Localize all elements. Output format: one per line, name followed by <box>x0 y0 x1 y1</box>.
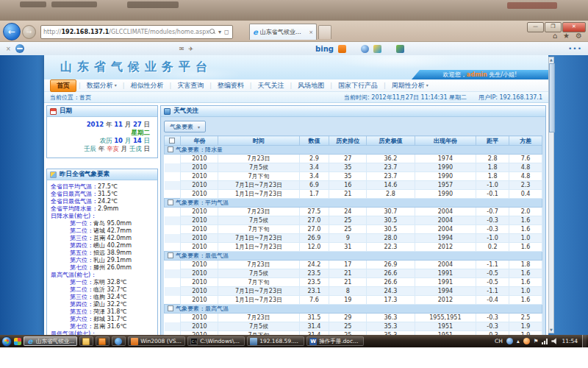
tools-gear-icon[interactable]: ⚙ <box>576 32 582 40</box>
group-row[interactable]: 气象要素：最低气温 <box>165 252 542 261</box>
search-icon[interactable] <box>209 29 215 35</box>
group-row[interactable]: 气象要素：平均气温 <box>165 199 542 208</box>
taskbar-item-ie[interactable]: e山东省气候业... <box>24 336 77 346</box>
vs-icon <box>131 338 138 345</box>
volume-icon[interactable] <box>551 338 558 344</box>
language-indicator[interactable]: CH <box>495 338 503 344</box>
summary-value: 27.5℃ <box>98 183 118 190</box>
chevron-down-icon[interactable]: ▾ <box>218 29 221 35</box>
browser-command-icons: ⌂ ★ ⚙ <box>553 32 582 40</box>
data-cell: 2010 <box>181 155 218 163</box>
scrollbar-thumb[interactable] <box>549 63 555 132</box>
group-label-cell: 气象要素：降水量 <box>165 146 542 155</box>
show-hidden-icons-icon[interactable]: ▴ <box>517 338 520 344</box>
action-center-flag-icon[interactable]: ⚑ <box>534 338 539 344</box>
nav-item-6[interactable]: 天气关注 <box>252 80 290 91</box>
data-cell: 2004 <box>415 208 476 216</box>
group-label-cell: 气象要素：最高气温 <box>165 305 542 314</box>
app-icon <box>98 338 106 345</box>
group-checkbox[interactable] <box>168 199 173 205</box>
group-checkbox[interactable] <box>168 305 173 311</box>
back-button[interactable]: ← <box>3 23 21 40</box>
firefox-tray-icon[interactable] <box>523 338 530 344</box>
taskbar-item-cmd[interactable]: C:\C:\Windows\s... <box>187 336 245 346</box>
tab-close-icon[interactable]: × <box>309 29 313 35</box>
data-cell: 30.5 <box>367 225 415 234</box>
browser-tab[interactable]: e 山东省气候业务平... × <box>249 24 317 40</box>
rank-line: 第七位：滕州 26.0mm <box>51 264 155 272</box>
data-cell: 7月下旬 <box>218 278 299 287</box>
scroll-up-icon[interactable]: ▲ <box>549 57 553 63</box>
data-cell: 7.6 <box>509 155 542 163</box>
data-cell: 29 <box>329 314 367 322</box>
refresh-icon[interactable]: ↻ <box>232 29 233 35</box>
bing-logo[interactable]: bing <box>315 45 334 53</box>
climate-statistics-table: 年份时间数值历史排位历史极值出现年份距平方差气象要素：降水量20107月23日2… <box>164 135 542 335</box>
start-button[interactable] <box>1 336 12 347</box>
addon-icon-1[interactable] <box>361 45 369 53</box>
group-row[interactable]: 气象要素：最高气温 <box>165 305 542 314</box>
data-cell: 2010 <box>181 181 218 190</box>
toolbar-more-icon[interactable]: ••• <box>568 45 582 52</box>
page-scrollbar[interactable]: ▲ ▼ <box>548 57 554 333</box>
taskbar-item-folder[interactable] <box>79 336 93 346</box>
taskbar-item-app[interactable] <box>96 336 110 346</box>
bing-app-icon[interactable] <box>338 45 346 53</box>
data-cell: 4.8 <box>509 172 542 181</box>
nav-item-9[interactable]: 周期性分析▾ <box>386 80 434 91</box>
data-cell: 2010 <box>181 190 218 199</box>
taskbar-item-rdp[interactable]: 192.168.59.99... <box>247 336 304 346</box>
column-header: 方差 <box>509 136 542 146</box>
rank-line: 第二位：临沂 32.7℃ <box>51 286 155 294</box>
task-label: 操作手册.docx .. <box>319 338 361 345</box>
date-text: 壬辰 <box>84 145 96 152</box>
data-cell: 22.3 <box>367 243 415 252</box>
addon-icon-3[interactable] <box>396 45 404 53</box>
minimize-button[interactable]: — <box>527 22 544 32</box>
data-cell: 2010 <box>181 322 218 331</box>
table-row: 20107月下旬23.52126.61991-0.51.6 <box>165 278 542 287</box>
taskbar-clock[interactable]: 11:54 <box>562 338 578 344</box>
address-bar[interactable]: http://192.168.137.1/GLCCLIMATE/modules/… <box>40 25 233 39</box>
data-cell: 23.5 <box>299 278 329 287</box>
maximize-button[interactable]: ❐ <box>545 22 562 32</box>
favorites-star-icon[interactable]: ★ <box>563 32 570 40</box>
quick-launch-icon[interactable] <box>14 338 21 345</box>
nav-item-3[interactable]: 相似性分析 <box>124 80 169 91</box>
nav-item-8[interactable]: 国家下行产品 <box>332 80 384 91</box>
nav-item-5[interactable]: 整编资料 <box>212 80 250 91</box>
taskbar-item-vs[interactable]: Win2008 (VS2... <box>128 336 185 346</box>
send-icon[interactable]: ✈ <box>188 46 193 52</box>
column-header: 年份 <box>181 136 218 146</box>
taskbar-item-media[interactable] <box>112 336 126 346</box>
home-icon[interactable]: ⌂ <box>553 32 557 40</box>
group-row[interactable]: 气象要素：降水量 <box>165 146 542 155</box>
weather-icon <box>50 171 57 178</box>
toolbar-close-icon[interactable]: × <box>6 46 11 52</box>
forward-button[interactable]: → <box>22 25 36 39</box>
close-button[interactable]: ✕ <box>562 22 586 32</box>
nav-item-4[interactable]: 灾害查询 <box>171 80 209 91</box>
compatibility-view-icon[interactable]: ◻ <box>224 29 229 35</box>
new-tab-button[interactable] <box>318 25 331 39</box>
network-globe-icon[interactable] <box>506 338 513 344</box>
taskbar-item-word[interactable]: W操作手册.docx .. <box>306 336 364 346</box>
group-checkbox[interactable] <box>168 146 173 152</box>
addon-icon-2[interactable] <box>373 45 381 53</box>
column-header: 距平 <box>476 136 509 146</box>
mail-icon[interactable]: ✉ <box>179 46 184 52</box>
show-desktop-button[interactable] <box>582 335 587 347</box>
element-filter-button[interactable]: 气象要素 ▾ <box>164 121 206 132</box>
network-signal-icon[interactable] <box>542 339 548 344</box>
date-text: 辛亥 <box>107 145 119 152</box>
panel-icon <box>164 108 171 115</box>
addon-logo-icon[interactable] <box>15 44 24 53</box>
nav-item-1[interactable]: 首页 <box>50 79 76 92</box>
group-checkbox[interactable] <box>168 252 173 258</box>
scroll-down-icon[interactable]: ▼ <box>549 328 553 333</box>
nav-item-7[interactable]: 风场地图 <box>292 80 330 91</box>
select-all-checkbox[interactable] <box>169 138 175 144</box>
table-row: 20107月5候31.42535.31951-0.31.9 <box>165 322 542 331</box>
nav-item-2[interactable]: 数据分析▾ <box>81 80 123 91</box>
taskbar-tasks: e山东省气候业...Win2008 (VS2...C:\C:\Windows\s… <box>24 336 364 346</box>
